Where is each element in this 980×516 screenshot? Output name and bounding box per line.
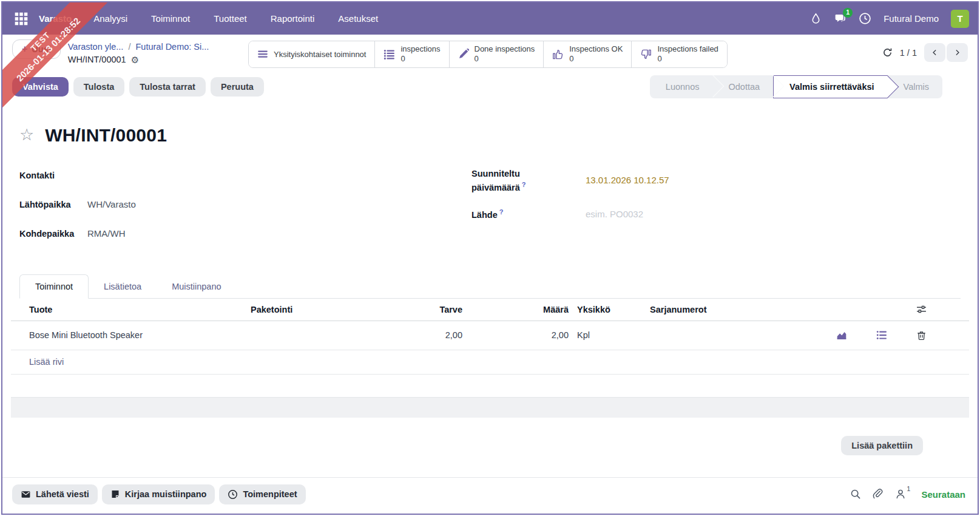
help-icon: ? — [499, 208, 504, 216]
following-toggle[interactable]: Seurataan — [921, 489, 965, 500]
column-paketointi[interactable]: Paketointi — [241, 305, 414, 314]
thumbs-down-icon — [640, 49, 652, 60]
adjust-columns-icon[interactable] — [916, 304, 927, 314]
cell-quantity[interactable]: 2,00 — [462, 330, 569, 340]
inspections-failed-count: 0 — [657, 54, 718, 64]
apps-grid-icon[interactable] — [11, 8, 32, 29]
followers-count: 1 — [907, 485, 910, 496]
pager-counter: 1 / 1 — [900, 48, 917, 58]
done-inspections-button[interactable]: Done inspections 0 — [449, 41, 544, 67]
pencil-icon — [458, 49, 469, 59]
table-header-row: Tuote Paketointi Tarve Määrä Yksikkö Sar… — [11, 299, 969, 321]
inspections-failed-button[interactable]: Inspections failed 0 — [631, 41, 726, 67]
add-to-package-button[interactable]: Lisää pakettiin — [841, 436, 923, 455]
cell-product[interactable]: Bose Mini Bluetooth Speaker — [11, 330, 241, 340]
log-note-button[interactable]: Kirjaa muistiinpano — [102, 484, 215, 504]
chatter-bar: Lähetä viesti Kirjaa muistiinpano Toimen… — [2, 477, 978, 504]
cell-unit[interactable]: Kpl — [569, 330, 641, 340]
detailed-operations-list-icon[interactable] — [876, 330, 887, 341]
column-tuote[interactable]: Tuote — [11, 305, 241, 314]
status-step-luonnos[interactable]: Luonnos — [650, 75, 713, 98]
breadcrumb-level-2[interactable]: Futural Demo: Si... — [135, 42, 209, 52]
activities-button[interactable]: Toimenpiteet — [219, 484, 305, 504]
messages-icon[interactable]: 1 — [834, 12, 847, 25]
menu-tuotteet[interactable]: Tuotteet — [208, 10, 252, 27]
main-menu: Analyysi Toiminnot Tuotteet Raportointi … — [87, 10, 384, 27]
breadcrumb-level-1[interactable]: Varaston yle... — [68, 42, 124, 52]
stat-button-group: Yksityiskohtaiset toiminnot inspections … — [248, 41, 728, 68]
inspections-ok-button[interactable]: Inspections OK 0 — [543, 41, 631, 67]
help-icon: ? — [522, 181, 526, 188]
column-yksikko[interactable]: Yksikkö — [569, 305, 641, 314]
contact-field[interactable] — [87, 170, 471, 182]
source-document-label: Lähde? — [471, 208, 550, 221]
inspections-count: 0 — [400, 54, 440, 64]
status-stepper: Luonnos Odottaa Valmis siirrettäväksi Va… — [650, 75, 942, 98]
search-messages-icon[interactable] — [850, 489, 861, 500]
note-icon — [110, 489, 120, 499]
validate-button[interactable]: Vahvista — [12, 77, 69, 97]
table-footer-band — [11, 398, 969, 418]
current-app-name[interactable]: Varasto — [39, 13, 72, 24]
print-labels-button[interactable]: Tulosta tarrat — [129, 77, 206, 97]
user-avatar[interactable]: T — [951, 10, 969, 28]
breadcrumb-current: WH/INT/00001 — [68, 53, 126, 66]
gear-icon[interactable]: ⚙ — [131, 53, 139, 67]
previous-record-button[interactable] — [924, 43, 945, 62]
list-icon — [384, 49, 395, 60]
top-navbar: Varasto Analyysi Toiminnot Tuotteet Rapo… — [2, 2, 978, 35]
source-location-label: Lähtöpaikka — [19, 199, 87, 211]
forecast-chart-icon[interactable] — [836, 330, 847, 341]
status-step-valmis-siirrettavaksi[interactable]: Valmis siirrettäväksi — [773, 75, 887, 98]
refresh-icon[interactable] — [882, 47, 893, 58]
menu-analyysi[interactable]: Analyysi — [87, 10, 133, 27]
print-button[interactable]: Tulosta — [73, 77, 124, 97]
tab-toiminnot[interactable]: Toiminnot — [19, 274, 89, 299]
inspections-button[interactable]: inspections 0 — [374, 41, 448, 67]
menu-toiminnot[interactable]: Toiminnot — [145, 10, 196, 27]
pager: 1 / 1 — [882, 39, 968, 62]
detailed-operations-button[interactable]: Yksityiskohtaiset toiminnot — [249, 41, 374, 67]
cell-demand[interactable]: 2,00 — [414, 330, 462, 340]
inspections-ok-count: 0 — [569, 54, 623, 64]
done-inspections-count: 0 — [475, 54, 535, 64]
new-record-button[interactable]: + Uusi — [12, 39, 61, 59]
scheduled-date-label: Suunniteltu päivämäärä? — [471, 168, 550, 193]
control-panel: + Uusi Varaston yle... / Futural Demo: S… — [2, 35, 978, 69]
add-row: Lisää rivi — [11, 350, 969, 375]
tab-muistiinpano[interactable]: Muistiinpano — [157, 275, 236, 298]
app-window: Varasto Analyysi Toiminnot Tuotteet Rapo… — [1, 1, 979, 515]
action-row: Vahvista Tulosta Tulosta tarrat Peruuta … — [2, 69, 978, 106]
destination-location-field[interactable]: RMA/WH — [87, 228, 471, 240]
send-message-button[interactable]: Lähetä viesti — [12, 484, 98, 504]
plus-icon: + — [22, 44, 27, 54]
attachments-paperclip-icon[interactable] — [873, 489, 884, 500]
source-document-field[interactable]: esim. PO0032 — [586, 209, 961, 221]
contact-label: Kontakti — [19, 169, 87, 182]
column-maara[interactable]: Määrä — [462, 305, 569, 314]
field-group-right: Suunniteltu päivämäärä? 13.01.2026 10.12… — [471, 161, 961, 249]
column-sarjanumerot[interactable]: Sarjanumerot — [641, 305, 830, 314]
droplet-icon[interactable] — [810, 13, 822, 24]
company-name[interactable]: Futural Demo — [884, 13, 939, 24]
next-record-button[interactable] — [947, 43, 968, 62]
menu-raportointi[interactable]: Raportointi — [265, 10, 321, 27]
activities-clock-icon[interactable] — [859, 12, 871, 25]
cancel-button[interactable]: Peruuta — [211, 77, 264, 97]
add-line-link[interactable]: Lisää rivi — [11, 357, 969, 367]
followers-icon[interactable]: 1 — [895, 489, 910, 500]
source-location-field[interactable]: WH/Varasto — [87, 199, 471, 211]
column-tarve[interactable]: Tarve — [414, 305, 462, 314]
bars-icon — [257, 49, 268, 59]
tab-lisatietoa[interactable]: Lisätietoa — [89, 275, 157, 298]
table-row[interactable]: Bose Mini Bluetooth Speaker 2,00 2,00 Kp… — [11, 321, 969, 350]
field-group-left: Kontakti Lähtöpaikka WH/Varasto Kohdepai… — [19, 161, 471, 249]
menu-asetukset[interactable]: Asetukset — [332, 10, 384, 27]
destination-location-label: Kohdepaikka — [19, 228, 87, 240]
scheduled-date-field[interactable]: 13.01.2026 10.12.57 — [586, 175, 961, 187]
message-count-badge: 1 — [843, 8, 853, 18]
favorite-star-icon[interactable]: ☆ — [19, 127, 34, 143]
delete-row-icon[interactable] — [916, 330, 927, 341]
envelope-icon — [21, 489, 31, 500]
form-sheet: ☆ WH/INT/00001 Kontakti Lähtöpaikka WH/V… — [2, 125, 978, 455]
